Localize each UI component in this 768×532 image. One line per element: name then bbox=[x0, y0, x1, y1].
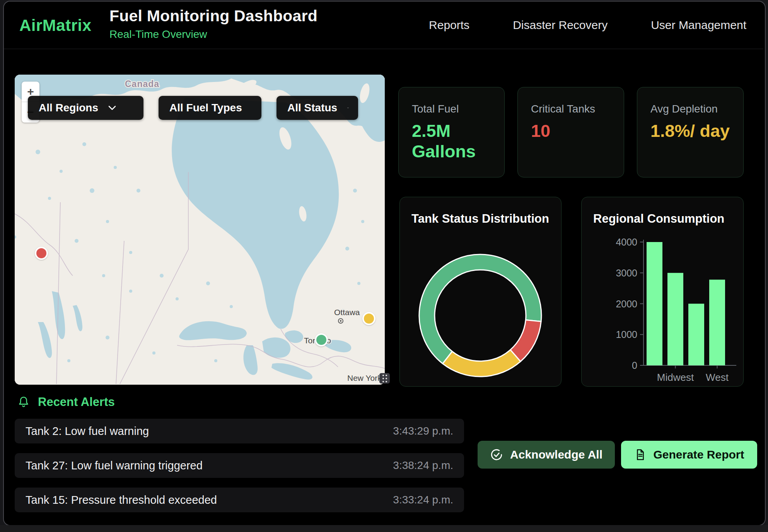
alert-list-item[interactable]: Tank 27: Low fuel warning triggered 3:38… bbox=[15, 453, 464, 478]
map-label-ottawa: Ottawa bbox=[334, 308, 360, 317]
map-canvas: Canada Ottawa Toronto New York bbox=[15, 75, 385, 385]
main-nav: Reports Disaster Recovery User Managemen… bbox=[429, 2, 746, 49]
alert-list-item[interactable]: Tank 15: Pressure threshold exceeded 3:3… bbox=[15, 488, 464, 512]
fuel-type-filter-select[interactable]: All Fuel Types bbox=[159, 96, 261, 120]
chevron-down-icon bbox=[347, 106, 349, 110]
stat-value-avg-depletion: 1.8%/ day bbox=[650, 121, 732, 141]
file-text-icon bbox=[634, 448, 646, 461]
map-filters: All Regions All Fuel Types All Status bbox=[28, 96, 358, 120]
nav-item-disaster-recovery[interactable]: Disaster Recovery bbox=[513, 19, 608, 32]
page-title: Fuel Monitoring Dashboard bbox=[109, 7, 317, 25]
stat-card-avg-depletion: Avg Depletion 1.8%/ day bbox=[637, 87, 744, 177]
stat-value-critical-tanks: 10 bbox=[531, 121, 612, 141]
svg-text:2000: 2000 bbox=[616, 298, 637, 309]
svg-text:4000: 4000 bbox=[616, 237, 637, 247]
page-subtitle: Real-Time Overview bbox=[109, 28, 317, 41]
bell-icon bbox=[17, 395, 30, 409]
generate-report-button[interactable]: Generate Report bbox=[621, 441, 757, 469]
nav-item-user-management[interactable]: User Management bbox=[651, 19, 746, 32]
alert-timestamp: 3:43:29 p.m. bbox=[393, 425, 453, 437]
tank-status-distribution-card: Tank Status Distribution bbox=[399, 197, 561, 387]
svg-text:West: West bbox=[706, 372, 729, 383]
map-label-canada: Canada bbox=[125, 79, 159, 89]
svg-text:3000: 3000 bbox=[616, 268, 637, 278]
regional-consumption-card: Regional Consumption 01000200030004000Mi… bbox=[581, 197, 744, 387]
check-circle-icon bbox=[490, 448, 503, 461]
status-filter-select[interactable]: All Status bbox=[276, 96, 358, 120]
stat-label: Total Fuel bbox=[412, 103, 491, 115]
svg-text:0: 0 bbox=[632, 360, 637, 371]
acknowledge-all-button[interactable]: Acknowledge All bbox=[478, 441, 615, 469]
stat-value-total-fuel: 2.5M Gallons bbox=[412, 121, 493, 162]
alert-list-item[interactable]: Tank 2: Low fuel warning 3:43:29 p.m. bbox=[15, 419, 464, 443]
stat-card-critical-tanks: Critical Tanks 10 bbox=[517, 87, 624, 177]
nav-item-reports[interactable]: Reports bbox=[429, 19, 469, 32]
brand-logo: AirMatrix bbox=[19, 16, 92, 35]
map-label-new-york: New York bbox=[347, 373, 382, 382]
tank-marker-critical[interactable] bbox=[35, 247, 48, 260]
bar-midwest bbox=[667, 273, 683, 365]
stat-card-total-fuel: Total Fuel 2.5M Gallons bbox=[398, 87, 505, 177]
alerts-header: Recent Alerts bbox=[17, 395, 115, 409]
bar-south bbox=[688, 304, 704, 366]
window-bottom-edge bbox=[0, 525, 768, 532]
alerts-title: Recent Alerts bbox=[38, 395, 115, 409]
donut-segment-warning bbox=[443, 350, 521, 377]
stat-label: Critical Tanks bbox=[531, 103, 611, 115]
header: AirMatrix Fuel Monitoring Dashboard Real… bbox=[4, 2, 763, 49]
alert-message: Tank 2: Low fuel warning bbox=[26, 425, 149, 438]
acknowledge-all-label: Acknowledge All bbox=[510, 448, 602, 461]
map-panel[interactable]: Canada Ottawa Toronto New York + − All R… bbox=[15, 75, 385, 385]
svg-text:Midwest: Midwest bbox=[657, 372, 694, 383]
alert-timestamp: 3:33:24 p.m. bbox=[393, 494, 453, 506]
region-filter-select[interactable]: All Regions bbox=[28, 96, 143, 120]
alert-message: Tank 27: Low fuel warning triggered bbox=[26, 459, 203, 472]
bar-northeast bbox=[647, 242, 662, 365]
alert-timestamp: 3:38:24 p.m. bbox=[393, 459, 453, 472]
svg-text:1000: 1000 bbox=[616, 329, 637, 340]
donut-chart-title: Tank Status Distribution bbox=[411, 212, 549, 226]
title-block: Fuel Monitoring Dashboard Real-Time Over… bbox=[109, 7, 317, 41]
region-filter-value: All Regions bbox=[39, 102, 98, 114]
chevron-down-icon bbox=[108, 106, 116, 110]
generate-report-label: Generate Report bbox=[653, 448, 744, 461]
stat-label: Avg Depletion bbox=[650, 103, 730, 115]
status-filter-value: All Status bbox=[287, 102, 337, 114]
bar-chart-title: Regional Consumption bbox=[593, 212, 724, 226]
alert-message: Tank 15: Pressure threshold exceeded bbox=[26, 494, 217, 506]
bar-west bbox=[709, 280, 725, 365]
tank-marker-normal[interactable] bbox=[315, 333, 328, 346]
fuel-type-filter-value: All Fuel Types bbox=[169, 102, 242, 114]
drag-handle-icon[interactable] bbox=[379, 373, 390, 384]
tank-marker-warning[interactable] bbox=[362, 312, 375, 325]
